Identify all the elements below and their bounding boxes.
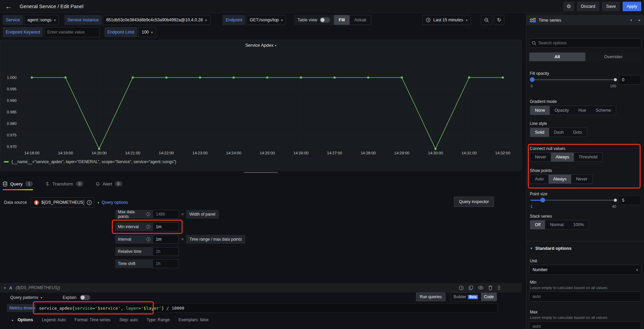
svg-text:0.970: 0.970 [7, 145, 17, 149]
drag-query-handle[interactable] [497, 285, 501, 290]
min-input[interactable] [529, 291, 641, 302]
refresh-button[interactable]: ↻ [494, 15, 504, 25]
delete-query-button[interactable] [488, 285, 493, 290]
query-inspector-button[interactable]: Query inspector [454, 197, 494, 207]
datasource-label: Data source [4, 200, 27, 205]
panel-resize-handle[interactable] [244, 172, 278, 173]
query-options-expander[interactable]: ▾ Query options [98, 200, 128, 205]
endpoint-limit-select[interactable]: 100▾ [138, 27, 156, 37]
chart-legend[interactable]: {__name__="service_apdex", layer="GENERA… [4, 159, 176, 164]
line-solid[interactable]: Solid [530, 128, 549, 137]
endpoint-select[interactable]: GET:/songs/top▾ [246, 15, 286, 25]
grip-icon [497, 285, 501, 290]
table-view-toggle[interactable] [320, 17, 330, 23]
query-ref-id[interactable]: A [9, 285, 12, 290]
point-size-knob[interactable] [540, 198, 545, 202]
line-dots[interactable]: Dots [568, 128, 587, 137]
gradient-hue[interactable]: Hue [574, 106, 591, 115]
gradient-mode-label: Gradient mode [530, 99, 557, 104]
fill-opacity-range: 0100 [531, 84, 616, 88]
zoom-out-button[interactable] [481, 15, 492, 25]
fill-opacity-knob[interactable] [530, 77, 535, 82]
option-row-time-shift: Time shift [115, 259, 179, 268]
connect-threshold[interactable]: Threshold [574, 153, 602, 161]
tab-alert[interactable]: Alert 0 [96, 177, 122, 190]
builder-mode-option[interactable]: BuilderBeta [451, 293, 481, 301]
min-interval-input[interactable] [153, 222, 179, 231]
stack-off[interactable]: Off [530, 220, 545, 229]
chevron-down-icon[interactable]: ▾ [4, 286, 6, 290]
chevron-right-icon[interactable]: ▸ [12, 318, 14, 322]
apply-button[interactable]: Apply [623, 2, 641, 11]
top-header: ← General Service / Edit Panel ⚙ Discard… [0, 0, 644, 13]
variables-row-1: Service agent::songs▾ Service Instance 6… [0, 15, 523, 25]
service-instance-select[interactable]: 651db53c0e3843d8b9c4c53a90b4992a@10.4.0.… [103, 15, 210, 25]
promql-code-input[interactable]: service_apdex{service='$service', layer=… [35, 303, 497, 313]
standard-options-header[interactable]: ▾ Standard options [531, 246, 572, 251]
stack-series-group: Off Normal 100% [530, 220, 589, 229]
svg-text:14:18:00: 14:18:00 [24, 151, 40, 155]
datasource-help-button[interactable]: ? [84, 197, 95, 207]
gradient-none[interactable]: None [530, 106, 550, 115]
svg-text:14:19:00: 14:19:00 [58, 151, 73, 155]
tab-overrides[interactable]: Overrides [585, 52, 642, 61]
discard-button[interactable]: Discard [577, 2, 599, 11]
svg-text:14:24:00: 14:24:00 [226, 151, 241, 155]
points-never[interactable]: Never [571, 175, 592, 183]
interval-input[interactable] [153, 235, 179, 244]
timeseries-viz-icon [530, 18, 536, 22]
explain-toggle[interactable] [80, 295, 90, 300]
duplicate-query-button[interactable] [469, 285, 473, 290]
max-input[interactable] [529, 321, 641, 329]
disable-query-button[interactable] [478, 285, 483, 290]
points-always[interactable]: Always [548, 175, 572, 183]
connect-always[interactable]: Always [551, 153, 574, 161]
option-row-interval: Interval = Time range / max data points [115, 235, 245, 244]
max-data-points-input[interactable] [153, 210, 179, 219]
time-shift-input[interactable] [153, 259, 179, 268]
query-history-button[interactable] [459, 285, 464, 290]
points-auto[interactable]: Auto [530, 175, 548, 183]
stack-normal[interactable]: Normal [545, 220, 568, 229]
save-button[interactable]: Save [602, 2, 620, 11]
back-arrow-icon[interactable]: ← [5, 3, 12, 10]
legend-summary: Legend: Auto [42, 317, 66, 322]
code-mode-option[interactable]: Code [481, 293, 497, 301]
tab-query[interactable]: Query 1 [3, 177, 33, 190]
point-size-slider[interactable] [531, 198, 616, 202]
eye-icon [478, 286, 483, 290]
tab-all[interactable]: All [529, 52, 585, 61]
chevron-down-icon: ▾ [531, 246, 532, 250]
prometheus-icon [34, 200, 39, 205]
run-queries-button[interactable]: Run queries [416, 292, 445, 301]
chevron-down-icon: ▾ [275, 44, 276, 47]
point-size-value[interactable] [619, 196, 641, 205]
transform-icon [45, 181, 50, 186]
variables-row-2: Endpoint Keyword Endpoint Limit 100▾ [0, 27, 523, 37]
gradient-opacity[interactable]: Opacity [550, 106, 574, 115]
query-patterns-dropdown[interactable]: Query patterns▾ [10, 295, 42, 300]
gradient-scheme[interactable]: Scheme [591, 106, 616, 115]
tab-transform[interactable]: Transform 0 [45, 177, 83, 190]
stack-100[interactable]: 100% [568, 220, 589, 229]
options-expander[interactable]: Options [18, 317, 33, 322]
time-range-picker[interactable]: Last 15 minutes ▾ [422, 15, 471, 25]
fill-opacity-value[interactable] [619, 75, 641, 85]
settings-button[interactable]: ⚙ [563, 2, 574, 11]
relative-time-input[interactable] [153, 247, 179, 256]
collapse-pane-icon[interactable]: ▸ [639, 18, 641, 22]
panel-title-menu[interactable]: Service Apdex▾ [0, 43, 521, 48]
connect-never[interactable]: Never [530, 153, 551, 161]
fill-option[interactable]: Fill [334, 15, 350, 25]
options-search-input[interactable] [538, 41, 639, 45]
fill-opacity-slider[interactable] [531, 77, 616, 82]
line-dash[interactable]: Dash [549, 128, 568, 137]
endpoint-keyword-input[interactable] [44, 27, 100, 37]
unit-select[interactable]: Number ▾ [529, 265, 641, 275]
min-description: Leave empty to calculate based on all va… [530, 286, 641, 290]
datasource-select[interactable]: ${DS_PROMETHEUS} ▾ [30, 197, 92, 207]
service-select[interactable]: agent::songs▾ [24, 15, 59, 25]
visualization-select[interactable]: Time series ▾ ▸ [526, 15, 644, 25]
fill-opacity-label: Fill opacity [530, 71, 549, 76]
actual-option[interactable]: Actual [350, 15, 371, 25]
